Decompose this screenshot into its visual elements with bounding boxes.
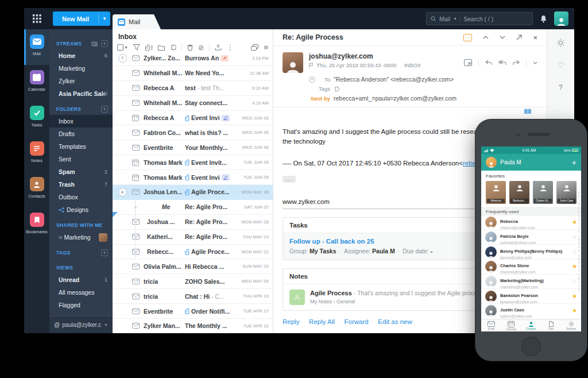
sidebar-item-spam[interactable]: Spam2 [49, 165, 113, 178]
sidebar-item-marketing[interactable]: wMarketing [49, 231, 113, 244]
sidebar-app-notes[interactable]: Notes [24, 136, 49, 172]
mail-row[interactable]: triciaZOHO Sales...WED MAY 09 [113, 274, 273, 289]
close-icon[interactable]: × [533, 33, 537, 42]
delete-trash-icon[interactable] [187, 44, 193, 51]
contact-row[interactable]: Marketing(Marketing)marketing@zylker.com… [481, 275, 581, 290]
star-icon[interactable]: ★ [572, 308, 577, 314]
sidebar-app-mail[interactable]: Mail [24, 29, 49, 65]
sidebar-item-home[interactable]: Home6 [49, 49, 113, 62]
streams-filter-icon[interactable] [91, 41, 98, 47]
sidebar-item-zylker[interactable]: Zylker [49, 75, 113, 87]
mail-row[interactable]: Olivia Palm...Hi Rebecca ...SUN MAY 20 [113, 259, 273, 274]
reply-icon[interactable] [485, 60, 492, 65]
filter-icon[interactable] [133, 44, 140, 51]
contact-row[interactable]: Justin Casejustinc@zylker.com★ [481, 304, 581, 319]
favorite-contact-tile[interactable]: Bankston... [509, 181, 529, 204]
favorite-contact-tile[interactable]: Justin Case [556, 181, 577, 204]
reply-all-icon[interactable] [498, 60, 506, 65]
mail-row[interactable]: triciaChat : Hi- C...THU APR 19 [113, 289, 273, 304]
sidebar-item-inbox[interactable]: Inbox [49, 115, 113, 128]
to-recipients[interactable]: "Rebecca Anderson" <rebecca@zylker.com> [334, 76, 454, 83]
conversation-view-icon[interactable] [251, 44, 258, 51]
phone-tab-contacts[interactable]: Contacts [521, 320, 541, 331]
reply-link[interactable]: Reply [283, 318, 299, 325]
mail-row[interactable]: 7Zylker... Zo...Burrows An↗3:16 PM [113, 51, 273, 66]
more-options-icon[interactable]: ⋮ [227, 44, 234, 51]
sidebar-item-flagged[interactable]: Flagged [49, 299, 113, 311]
contact-row[interactable]: Patricia Boylepatriciab@zillum.com☆ [481, 230, 581, 245]
reader-view-book-icon[interactable] [524, 109, 532, 115]
select-all-checkbox[interactable]: ▼ [117, 44, 128, 51]
show-trimmed-content-button[interactable]: ... [283, 176, 296, 183]
account-switcher[interactable]: @ paula@zylker.c... ▼ [49, 316, 113, 333]
favorite-contact-tile[interactable]: Charles St... [533, 181, 553, 204]
add-icon[interactable]: + [101, 40, 108, 47]
contact-row[interactable]: Bankston Pearsonbpearson@zylker.com★ [481, 289, 581, 304]
sidebar-item-unread[interactable]: Unread1 [49, 273, 113, 286]
sidebar-item-all-messages[interactable]: All messages [49, 286, 113, 299]
favorite-contact-tile[interactable]: Rebecca [486, 181, 506, 204]
reading-pane-layout-icon[interactable] [464, 59, 472, 66]
archive-share-icon[interactable] [215, 44, 222, 51]
more-actions-chevron-icon[interactable] [533, 61, 537, 64]
expand-details-icon[interactable]: ▼ [309, 76, 315, 83]
add-icon[interactable]: + [101, 249, 108, 256]
next-mail-chevron-down-icon[interactable] [500, 36, 505, 39]
mail-row[interactable]: EventbriteYour Monthly...WED JUN 06 [113, 140, 273, 155]
mail-row[interactable]: Rebecca Atest- test Th...9:20 AM [113, 81, 273, 96]
tab-mail[interactable]: Mail [113, 14, 161, 29]
mail-row[interactable]: Whitehall M...We Need Yo...11:36 AM [113, 66, 273, 81]
sidebar-item-designs[interactable]: Designs [49, 203, 113, 216]
sidebar-app-tasks[interactable]: Tasks [24, 101, 49, 136]
phone-tab-settings[interactable]: Settings [561, 320, 581, 331]
phone-tab-files[interactable]: Files [541, 320, 561, 331]
settings-gear-icon[interactable] [556, 38, 565, 47]
sidebar-item-outbox[interactable]: Outbox [49, 191, 113, 203]
mail-row[interactable]: Whitehall M...Stay connect...4:19 AM [113, 96, 273, 111]
mail-row[interactable]: Joshua ...Re: Agile Pro...MON MAY 28 [113, 215, 273, 230]
help-icon[interactable]: ? [559, 83, 563, 91]
add-contact-button[interactable]: + [572, 158, 577, 167]
open-new-window-icon[interactable] [516, 34, 522, 40]
sidebar-item-marketing[interactable]: Marketing [49, 62, 113, 75]
thread-summary-icon[interactable]: ⋯ [463, 34, 472, 41]
mail-row[interactable]: Rebecc...Agile Proce...MON MAY 21 [113, 245, 273, 260]
notifications-bell-icon[interactable] [540, 15, 547, 23]
mail-row[interactable]: Thomas MarkEvent Invit...TUE JUN 05 [113, 155, 273, 170]
mail-row[interactable]: Zylker Man...The Monthly ...TUE APR 10 [113, 319, 273, 333]
email-tag-icon[interactable] [334, 86, 339, 92]
add-icon[interactable]: + [101, 106, 108, 113]
star-icon[interactable]: ★ [572, 264, 577, 269]
star-icon[interactable]: ☆ [572, 279, 577, 284]
new-mail-dropdown-chevron-icon[interactable]: ▼ [99, 16, 110, 21]
star-icon[interactable]: ☆ [572, 249, 577, 255]
phone-tab-calendar[interactable]: Calendar [501, 320, 521, 331]
sidebar-item-drafts[interactable]: Drafts [49, 128, 113, 140]
app-launcher-grid-icon[interactable] [24, 14, 49, 23]
sidebar-item-sent[interactable]: Sent [49, 153, 113, 165]
forward-icon[interactable] [513, 60, 520, 65]
mail-row[interactable]: 4Joshua Len...Agile Proce...MON MAY 28 [113, 185, 273, 200]
mail-row[interactable]: Rebecca AEvent InviWED JUN 06 [113, 111, 273, 126]
user-avatar[interactable] [554, 11, 568, 26]
mail-row[interactable]: Katheri...Re: Agile Pro...THU MAY 24 [113, 230, 273, 245]
attachments-view-icon[interactable] [145, 44, 153, 51]
move-folder-icon[interactable] [158, 45, 165, 51]
search-input[interactable]: Mail ▼ Search ( / ) [426, 12, 533, 25]
mail-row[interactable]: Thomas MarkEvent InviTUE JUN 05 [113, 170, 273, 185]
sidebar-app-calendar[interactable]: Calendar [24, 65, 49, 101]
edit-as-new-link[interactable]: Edit as new [378, 318, 412, 325]
new-mail-button[interactable]: New Mail ▼ [53, 11, 110, 26]
feedback-heart-icon[interactable]: ♡ [558, 61, 564, 70]
contact-row[interactable]: Rebeccarebecca@zylker.com★ [481, 215, 581, 230]
alphabet-index[interactable]: ABCDEFGHIJKLMNOPQRSTUVWXYZ [577, 191, 581, 293]
sidebar-item-trash[interactable]: Trash7 [49, 178, 113, 191]
tag-icon[interactable] [170, 44, 176, 51]
list-view-icon[interactable]: ≡ [264, 44, 268, 51]
sidebar-app-contacts[interactable]: Contacts [24, 172, 49, 207]
reply-all-link[interactable]: Reply All [309, 318, 335, 325]
star-icon[interactable]: ☆ [572, 234, 577, 240]
previous-mail-chevron-up-icon[interactable] [483, 36, 489, 39]
spam-block-icon[interactable]: ⊘ [198, 44, 204, 51]
contact-row[interactable]: Charles Stonecharless@zylker.com★ [481, 260, 581, 275]
